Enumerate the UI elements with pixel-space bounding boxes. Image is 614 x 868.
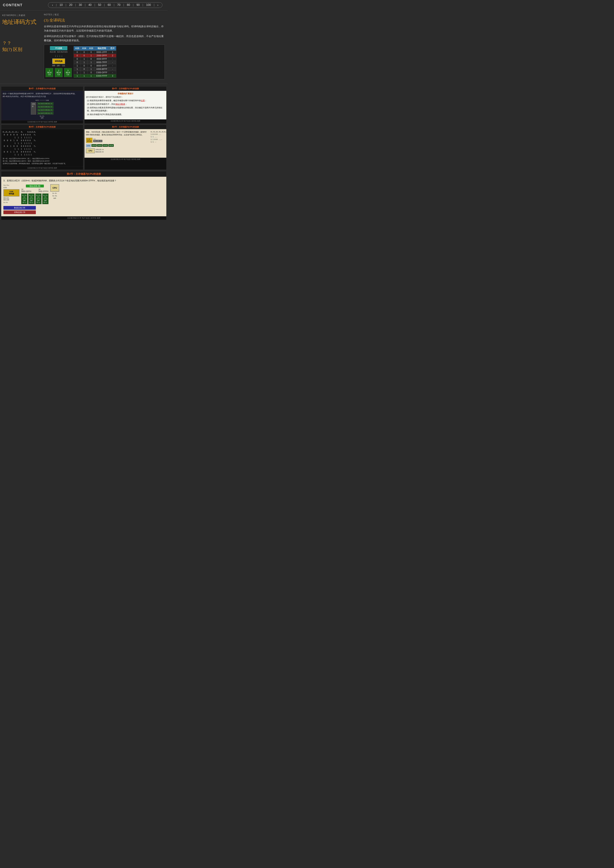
slide-1-header: 第4节：主存储器与CPU的连接 xyxy=(1,87,83,91)
slide-4-cpu: CPU xyxy=(86,149,95,153)
slide-4-diagram: A-16译码器 64K 地址总线 AB IO/M 64K/B 64K/B xyxy=(86,138,149,153)
slide-4-content: 例如，为共16位机（地址总线为20位）设计一个128K容量的存储器，提有4片64… xyxy=(84,129,166,158)
slide-4-footer: 北京航空航天大学 电子信息工程学院 路辉 xyxy=(84,158,166,161)
slide-2-note-2: (2) 选择合适的存储器芯片，列出地址分配表； xyxy=(86,102,165,105)
slide-1-intro: 假设一个微机系统的RAM容量为4K字节，采用8×8的RAM芯片，安排在64K空间… xyxy=(3,92,82,98)
prev-arrow[interactable]: ‹ xyxy=(51,3,54,7)
table-row: 110 C000-DFFF- xyxy=(74,71,116,74)
slide-2-footer: 北京航空航天大学 电子信息工程学院 路辉 xyxy=(84,119,166,122)
slide-5-full: 第4节：主存储器与CPU的连接 3、若用2114芯片（1024×4）组成2KB的… xyxy=(1,171,166,220)
notes-heading: (3) 全译码法 xyxy=(44,18,165,23)
slide-3-header: 第4节：主存储器与CPU的连接 xyxy=(1,125,83,129)
slide-2-content: 存储器的扩展设计 进行存储器的扩展设计，通常按下列步骤进行： (1) 根据系统的… xyxy=(84,91,166,119)
chip2: 28K×8CS xyxy=(55,68,62,77)
bus-section: 数据总线 DB 控制总线 CB xyxy=(3,206,164,214)
slide-5-header: 第4节：主存储器与CPU的连接 xyxy=(1,171,166,177)
page-40[interactable]: 40 xyxy=(87,3,93,6)
page-50[interactable]: 50 xyxy=(97,3,102,6)
th-chip: 芯片 xyxy=(109,46,116,50)
arrow-right-down: ↓ xyxy=(61,54,63,58)
page-90[interactable]: 90 xyxy=(135,3,141,6)
th-a13: A13 xyxy=(88,46,95,50)
slide-5-footer: 北京航空航天大学 电子信息工程学院 路辉 xyxy=(1,216,166,220)
page-70[interactable]: 70 xyxy=(116,3,121,6)
slide-2-note-3: (3) 按照地址分配表采用译码器输出组建相位的相位图，张次确定片选和片内单元的地… xyxy=(86,106,165,112)
slide-5-cpu: CPU xyxy=(50,184,59,192)
arrows-row: ↓ ↓ ↓ ↓ xyxy=(54,54,63,58)
chip-4: A₀~A₅ CS 1K×4 WE D₀~₄ xyxy=(42,194,48,204)
middle-section: 地址总线 AB 1K3000-33FFH 1K3400-37FFH A₀~A₅ … xyxy=(21,184,48,204)
next-arrow[interactable]: › xyxy=(156,3,159,7)
pagination-inner: ‹ | 10 | 20 | 30 | 40 | 50 | 60 | 70 | 8… xyxy=(48,2,163,8)
slide-3-matrix: A₁₄A₁₃A₁₂A₁₁A₁₀ A₉ A₃A₂A₁A₀ 0 0 0 0 0 0 … xyxy=(3,130,82,156)
chip-3: A₀~A₅ CS 1K×4 WE D₀~₄ xyxy=(35,194,42,204)
table-row: 011 6000-7FFF- xyxy=(74,60,116,64)
th-addr-space: 地址空间 xyxy=(95,46,109,50)
chips-row: 18K×8CS 28K×8CS 38K×8CS xyxy=(45,68,72,77)
table-row: 100 8000-9FFF- xyxy=(74,64,116,67)
slide-1-diagram: M/IO 0.64 译码器 A₃~A\nCS WE\nD₀~D₇ A₃~A\nC… xyxy=(3,99,82,119)
page-10[interactable]: 10 xyxy=(59,3,64,6)
keywords-label: KEYWORDS | 关键词 xyxy=(2,14,39,17)
top-bar: CONTENT ‹ | 10 | 20 | 30 | 40 | 50 | 60 … xyxy=(0,0,168,10)
chip3: 38K×8CS xyxy=(64,68,72,77)
full-decode-diagram: PC总线 A12-A0 A13 A14 A15 ↓ ↓ ↓ ↓ 译码电路 000… xyxy=(44,45,165,79)
slide-2-note-4: (4) 画出存储器与CPU系统总线的连接图。 xyxy=(86,113,165,116)
slide-3: 第4节：主存储器与CPU的连接 A₁₄A₁₃A₁₂A₁₁A₁₀ A₉ A₃A₂A… xyxy=(1,125,83,170)
content-label: CONTENT xyxy=(3,3,46,7)
slide-3-footer: 北京航空航天大学 电子信息工程学院 路辉 xyxy=(1,166,83,170)
page-20[interactable]: 20 xyxy=(68,3,73,6)
table-row: 111 E000-FFFF3 xyxy=(74,74,116,78)
arrow-mid2-down: ↓ xyxy=(59,54,61,58)
slide-1: 第4节：主存储器与CPU的连接 假设一个微机系统的RAM容量为4K字节，采用8×… xyxy=(1,87,83,124)
address-table-section: A15 A14 A13 地址空间 芯片 000 0000-1FFF1 xyxy=(74,46,116,78)
addr-bus-label: 地址总线 AB xyxy=(26,184,44,188)
table-row: 000 0000-1FFF1 xyxy=(74,50,116,54)
pagination[interactable]: ‹ | 10 | 20 | 30 | 40 | 50 | 60 | 70 | 8… xyxy=(46,2,165,8)
th-a14: A14 xyxy=(81,46,88,50)
arrow-mid1-down: ↓ xyxy=(57,54,59,58)
slides-grid: 第4节：主存储器与CPU的连接 假设一个微机系统的RAM容量为4K字节，采用8×… xyxy=(0,86,168,170)
main-area: KEYWORDS | 关键词 地址译码方式 ？？知(?) 区别 NOTES | … xyxy=(0,11,168,83)
handwriting-title: 地址译码方式 xyxy=(2,19,39,26)
sidebar: KEYWORDS | 关键词 地址译码方式 ？？知(?) 区别 xyxy=(0,11,41,83)
address-decode-table: A15 A14 A13 地址空间 芯片 000 0000-1FFF1 xyxy=(74,46,116,78)
notes-paragraph1: 全译码法是使存储器芯片内寻址以外的系统的全部高位地址线都参与地址译码。经译码电路… xyxy=(44,25,165,33)
page-100[interactable]: 100 xyxy=(145,3,152,6)
page-80[interactable]: 80 xyxy=(126,3,131,6)
table-row: 101 A000-BFFF- xyxy=(74,67,116,71)
chip1: 18K×8CS xyxy=(45,68,53,77)
decoder-values: 000 100 ··· 111 xyxy=(52,65,65,67)
pc-bus-section: PC总线 A12-A0 A13 A14 A15 ↓ ↓ ↓ ↓ 译码电路 000… xyxy=(45,46,72,77)
handwriting-note: ？？知(?) 区别 xyxy=(2,40,39,53)
data-bus-bar: 数据总线 DB xyxy=(3,206,36,210)
right-side: CPU D₀~D₇ D₁~D₈ WR xyxy=(50,184,59,199)
page-30[interactable]: 30 xyxy=(78,3,83,6)
address-labels: A12-A0 A13 A14 A15 xyxy=(50,51,68,53)
slide-1-footer: 北京航空航天大学 电子信息工程学院 路辉 xyxy=(1,120,83,124)
decoder-box: 译码电路 xyxy=(52,59,65,64)
chip-1: A₀~A₅ CS 1K×4 WE D₀~₄ xyxy=(21,194,28,204)
page-60[interactable]: 60 xyxy=(107,3,112,6)
slide-2: 第4节：主存储器与CPU的连接 存储器的扩展设计 进行存储器的扩展设计，通常按下… xyxy=(84,87,166,124)
slide-3-notes: 第一组：地址范围为0000-03FFH 第二：地址范围为0400-07FFH 第… xyxy=(3,157,82,165)
slide-1-content: 假设一个微机系统的RAM容量为4K字节，采用8×8的RAM芯片，安排在64K空间… xyxy=(1,91,83,120)
slide-4-intro: 例如，为共16位机（地址总线为20位）设计一个128K容量的存储器，提有4片64… xyxy=(86,130,149,136)
slide-4: 第4节：主存储器与CPU的连接 例如，为共16位机（地址总线为20位）设计一个1… xyxy=(84,125,166,170)
slide-3-content: A₁₄A₁₃A₁₂A₁₁A₁₀ A₉ A₃A₂A₁A₀ 0 0 0 0 0 0 … xyxy=(1,129,83,166)
pc-bus-label: PC总线 xyxy=(50,46,67,50)
slide-5-body: 3、若用2114芯片（1024×4）组成2KB的RAM，需要多少片2114？给定… xyxy=(1,177,166,216)
notes-area: NOTES | 笔记 (3) 全译码法 全译码法是使存储器芯片内寻址以外的系统的… xyxy=(41,11,168,83)
chip-grid: A₀~A₅ CS 1K×4 WE D₀~₄ A₀~A₅ CS 1K×4 WE D… xyxy=(21,194,48,204)
table-row: 001 2000-3FFF2 xyxy=(74,54,116,57)
ctrl-bus-bar: 控制总线 CB xyxy=(3,211,36,214)
table-row: 010 4000-5FFF- xyxy=(74,57,116,60)
slide-4-header: 第4节：主存储器与CPU的连接 xyxy=(84,125,166,129)
notes-paragraph2: 全译码法的优点是可以使每片（或组）芯片的地址范围不仅是唯一确定的，而且也是连续的… xyxy=(44,34,165,43)
slide-2-note-1: (1) 根据系统的整理存储容量，确定存储器在整个存储空间中的位置； xyxy=(86,99,165,102)
notes-label: NOTES | 笔记 xyxy=(44,13,165,16)
slide-2-subtitle: 存储器的扩展设计 xyxy=(86,92,165,95)
slide-2-note-intro: 进行存储器的扩展设计，通常按下列步骤进行： xyxy=(86,96,165,99)
slide-5-question: 3、若用2114芯片（1024×4）组成2KB的RAM，需要多少片2114？给定… xyxy=(3,179,164,183)
slide-2-header: 第4节：主存储器与CPU的连接 xyxy=(84,87,166,91)
